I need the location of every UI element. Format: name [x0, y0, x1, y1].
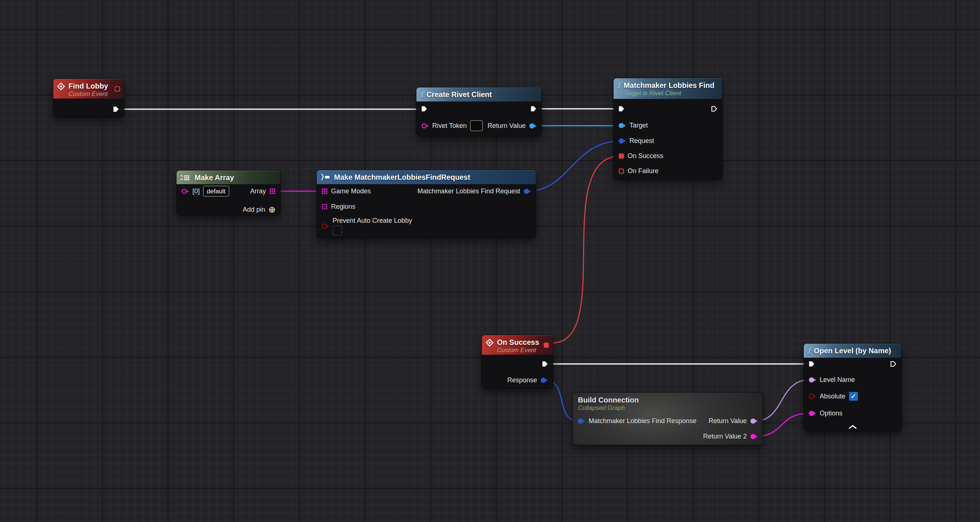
element-0-input[interactable]: default — [203, 186, 229, 197]
exec-in-pin[interactable] — [421, 106, 428, 112]
pin-label-on-failure: On Failure — [628, 167, 659, 175]
target-pin[interactable] — [618, 122, 626, 128]
exec-out-pin[interactable] — [530, 106, 537, 112]
node-find-lobby[interactable]: Find Lobby Custom Event — [53, 79, 124, 117]
pin-label-return-value: Return Value — [708, 417, 747, 425]
absolute-pin-unconnected[interactable] — [808, 393, 816, 399]
function-icon: f — [420, 91, 423, 99]
request-pin[interactable] — [618, 138, 626, 144]
return-value-2-pin[interactable] — [750, 433, 758, 439]
exec-out-pin[interactable] — [113, 106, 119, 113]
node-subtitle: Custom Event — [497, 347, 539, 354]
node-subtitle: Custom Event — [68, 90, 108, 97]
function-icon: f — [807, 347, 810, 355]
function-icon: f — [617, 82, 620, 90]
delegate-pin-unconnected[interactable] — [115, 86, 120, 92]
pin-label-array: Array — [250, 187, 266, 195]
prevent-auto-create-lobby-pin-unconnected[interactable] — [321, 223, 329, 229]
pin-label-target: Target — [629, 122, 648, 129]
wire-request[interactable] — [528, 141, 622, 191]
pin-label-return-value: Return Value — [487, 122, 526, 130]
pin-label-element-0: [0] — [192, 187, 200, 195]
request-out-pin[interactable] — [523, 188, 531, 194]
wire-delegate-onsuccess[interactable] — [552, 156, 621, 343]
custom-event-icon — [57, 83, 65, 92]
pin-label-return-value-2: Return Value 2 — [703, 433, 747, 440]
collapse-chevron-icon[interactable] — [848, 424, 857, 430]
node-create-rivet-client[interactable]: f Create Rivet Client Rivet Token Return… — [417, 87, 541, 136]
custom-event-icon — [485, 339, 494, 348]
node-subtitle: Target is Rivet Client — [624, 90, 714, 97]
exec-out-pin[interactable] — [542, 361, 548, 367]
pin-label-rivet-token: Rivet Token — [432, 122, 467, 130]
array-out-pin[interactable] — [269, 188, 275, 194]
node-title: Make MatchmakerLobbiesFindRequest — [334, 173, 470, 182]
array-element-0-pin[interactable] — [181, 188, 189, 194]
regions-pin-unconnected[interactable] — [321, 204, 328, 210]
node-title: On Success — [497, 338, 539, 347]
exec-in-pin[interactable] — [808, 361, 815, 367]
node-build-connection[interactable]: Build Connection Collapsed Graph Matchma… — [573, 393, 763, 445]
node-title: Build Connection — [578, 396, 757, 405]
add-pin-label[interactable]: Add pin — [243, 206, 265, 214]
level-name-pin[interactable] — [808, 377, 816, 383]
blueprint-graph-canvas[interactable]: Find Lobby Custom Event f Create Rivet C… — [0, 0, 980, 522]
pin-label-regions: Regions — [331, 203, 355, 211]
node-subtitle: Collapsed Graph — [578, 405, 757, 411]
response-pin[interactable] — [540, 377, 548, 383]
pin-label-request-out: Matchmaker Lobbies Find Request — [418, 187, 520, 195]
pin-label-options: Options — [819, 409, 842, 417]
pin-label-response-in: Matchmaker Lobbies Find Response — [589, 417, 696, 425]
node-make-matchmakerlobbiesfindrequest[interactable]: Make MatchmakerLobbiesFindRequest Game M… — [317, 170, 536, 238]
node-make-array[interactable]: Make Array [0] default Array ⊕ Add pin — [177, 171, 280, 215]
node-title: Create Rivet Client — [426, 90, 492, 99]
exec-out-pin-unconnected[interactable] — [711, 106, 718, 112]
node-on-success-event[interactable]: On Success Custom Event Response — [482, 335, 553, 389]
on-failure-delegate-pin-unconnected[interactable] — [618, 168, 624, 174]
add-pin-icon[interactable]: ⊕ — [269, 205, 275, 214]
game-modes-pin[interactable] — [321, 188, 328, 194]
return-value-pin[interactable] — [750, 418, 758, 424]
exec-in-pin[interactable] — [618, 106, 625, 112]
pin-label-level-name: Level Name — [819, 376, 855, 384]
exec-out-pin-unconnected[interactable] — [890, 361, 896, 367]
node-open-level[interactable]: f Open Level (by Name) Level Name Absolu… — [804, 344, 901, 431]
response-in-pin[interactable] — [578, 418, 585, 424]
node-title: Find Lobby — [68, 82, 108, 90]
return-value-pin[interactable] — [529, 123, 537, 129]
prevent-auto-create-lobby-checkbox[interactable] — [332, 226, 342, 235]
wire-layer — [0, 0, 980, 522]
options-pin[interactable] — [808, 410, 816, 416]
make-struct-icon — [320, 173, 331, 182]
delegate-pin-connected[interactable] — [543, 342, 549, 348]
pin-label-prevent-auto-create-lobby: Prevent Auto Create Lobby — [332, 217, 412, 225]
rivet-token-input[interactable] — [470, 121, 483, 131]
rivet-token-pin[interactable] — [421, 123, 429, 129]
pin-label-request: Request — [629, 137, 654, 145]
node-title: Open Level (by Name) — [814, 347, 891, 355]
check-icon: ✓ — [851, 393, 856, 400]
node-title: Matchmaker Lobbies Find — [624, 81, 714, 90]
node-title: Make Array — [195, 173, 234, 182]
pin-label-on-success: On Success — [628, 152, 663, 160]
pin-label-absolute: Absolute — [819, 393, 845, 400]
make-array-icon — [180, 174, 191, 183]
pin-label-response: Response — [507, 376, 537, 384]
node-matchmaker-lobbies-find[interactable]: f Matchmaker Lobbies Find Target is Rive… — [614, 78, 722, 179]
on-success-delegate-pin[interactable] — [618, 153, 624, 159]
pin-label-game-modes: Game Modes — [331, 187, 371, 195]
absolute-checkbox[interactable]: ✓ — [849, 392, 858, 401]
